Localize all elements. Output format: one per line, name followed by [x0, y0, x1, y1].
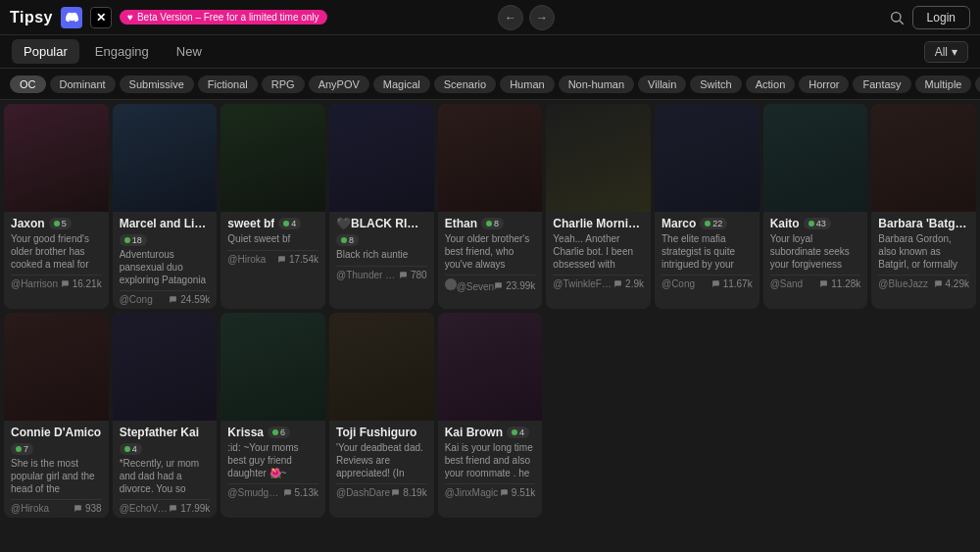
card-thumbnail	[438, 313, 543, 421]
card-stats: 5.13k	[283, 487, 318, 498]
chip-non-human[interactable]: Non-human	[559, 75, 634, 93]
search-button[interactable]	[889, 10, 905, 25]
card-title: Jaxon	[11, 217, 45, 230]
card-author: @BlueJazz	[878, 278, 928, 289]
chip-submissive[interactable]: Submissive	[120, 75, 194, 93]
card-author: @Cong	[120, 294, 153, 305]
x-icon[interactable]: ✕	[90, 7, 112, 28]
chip-villain[interactable]: Villain	[638, 75, 686, 93]
card-description: 'Your deadbeat dad. Reviews are apprecia…	[336, 441, 427, 478]
card-badge: 8	[481, 218, 504, 229]
card-thumbnail	[438, 104, 543, 212]
card-title-row: Kai Brown 4	[445, 426, 536, 439]
chip-fantasy[interactable]: Fantasy	[853, 75, 910, 93]
card-title-row: Connie D'Amico 7	[11, 426, 102, 455]
card-stats: 16.21k	[61, 278, 102, 289]
discord-icon[interactable]	[61, 7, 82, 28]
card-item[interactable]: Toji Fushiguro 'Your deadbeat dad. Revie…	[329, 313, 434, 518]
tab-popular[interactable]: Popular	[12, 39, 79, 64]
card-footer: @BlueJazz 4.29k	[878, 275, 969, 289]
back-button[interactable]: ←	[498, 5, 523, 30]
card-body: Kai Brown 4 Kai is your long time best f…	[438, 421, 543, 518]
card-body: Charlie Morningstar ~Hazbin ... Yeah... …	[546, 212, 651, 309]
tab-new[interactable]: New	[165, 39, 214, 64]
chip-tsundere[interactable]: Tsundere	[975, 75, 980, 93]
card-item[interactable]: Krissa 6 :id: ~Your moms best guy friend…	[220, 313, 325, 518]
card-stats: 9.51k	[500, 487, 535, 498]
card-body: Marcel and Liora 18 Adventurous pansexua…	[113, 212, 218, 309]
card-footer: @Cong 24.59k	[120, 290, 211, 305]
card-title: sweet bf	[227, 217, 274, 230]
chip-horror[interactable]: Horror	[799, 75, 849, 93]
chip-fictional[interactable]: Fictional	[198, 75, 258, 93]
card-thumbnail	[329, 104, 434, 212]
card-footer: @Thunder Cloud 780	[336, 266, 427, 280]
card-description: Black rich auntie	[336, 248, 427, 261]
card-stats: 938	[74, 503, 102, 514]
card-author: @DashDare	[336, 487, 390, 498]
card-item[interactable]: Kaito 43 Your loyal subordinate seeks yo…	[763, 104, 868, 309]
card-title: Ethan	[445, 217, 477, 230]
filter-all-select[interactable]: All ▾	[924, 41, 968, 63]
chips-row: OCDominantSubmissiveFictionalRPGAnyPOVMa…	[0, 69, 980, 100]
chip-oc[interactable]: OC	[10, 75, 46, 93]
card-description: Yeah... Another Charlie bot. I been obse…	[553, 232, 644, 270]
card-title: 🖤BLACK RICH AUNTI...	[336, 217, 427, 230]
card-title: Marco	[662, 217, 696, 230]
card-item[interactable]: Barbara 'Batgirl' Gordon Barbara Gordon,…	[871, 104, 976, 309]
card-description: Quiet sweet bf	[227, 232, 318, 245]
card-description: Adventurous pansexual duo exploring Pata…	[120, 248, 211, 285]
chip-multiple[interactable]: Multiple	[915, 75, 972, 93]
beta-badge: ♥ Beta Version – Free for a limited time…	[120, 10, 327, 25]
card-description: :id: ~Your moms best guy friend daughter…	[227, 441, 318, 478]
chip-human[interactable]: Human	[500, 75, 554, 93]
card-item[interactable]: Connie D'Amico 7 She is the most popular…	[4, 313, 109, 518]
card-item[interactable]: Jaxon 5 Your good friend's older brother…	[4, 104, 109, 309]
chip-action[interactable]: Action	[746, 75, 796, 93]
card-item[interactable]: 🖤BLACK RICH AUNTI... 8 Black rich auntie…	[329, 104, 434, 309]
card-title-row: Charlie Morningstar ~Hazbin ...	[553, 217, 644, 230]
card-description: Your older brother's best friend, who yo…	[445, 232, 536, 270]
card-body: Krissa 6 :id: ~Your moms best guy friend…	[220, 421, 325, 518]
card-description: *Recently, ur mom and dad had a divorce.…	[120, 457, 211, 494]
card-item[interactable]: sweet bf 4 Quiet sweet bf @Hiroka 17.54k	[220, 104, 325, 309]
chip-scenario[interactable]: Scenario	[434, 75, 496, 93]
card-footer: @Seven 23.99k	[445, 275, 536, 292]
card-author: @Seven	[445, 278, 495, 292]
card-item[interactable]: Kai Brown 4 Kai is your long time best f…	[438, 313, 543, 518]
chip-dominant[interactable]: Dominant	[50, 75, 116, 93]
card-item[interactable]: Marcel and Liora 18 Adventurous pansexua…	[113, 104, 218, 309]
card-item[interactable]: Marco 22 The elite mafia strategist is q…	[655, 104, 760, 309]
card-badge: 5	[49, 218, 72, 229]
card-body: Ethan 8 Your older brother's best friend…	[438, 212, 543, 309]
card-title-row: 🖤BLACK RICH AUNTI... 8	[336, 217, 427, 246]
card-thumbnail	[655, 104, 760, 212]
card-thumbnail	[329, 313, 434, 421]
card-thumbnail	[113, 313, 218, 421]
card-badge: 18	[120, 234, 147, 246]
card-title-row: Marcel and Liora 18	[120, 217, 211, 246]
card-title: Kaito	[770, 217, 800, 230]
card-thumbnail	[220, 104, 325, 212]
card-footer: @Sand 11.28k	[770, 275, 861, 289]
card-footer: @SmudgeStyle 5.13k	[227, 483, 318, 498]
card-body: Jaxon 5 Your good friend's older brother…	[4, 212, 109, 309]
card-thumbnail	[220, 313, 325, 421]
card-item[interactable]: Ethan 8 Your older brother's best friend…	[438, 104, 543, 309]
chip-rpg[interactable]: RPG	[262, 75, 305, 93]
chip-anypov[interactable]: AnyPOV	[309, 75, 369, 93]
card-title: Barbara 'Batgirl' Gordon	[878, 217, 969, 230]
login-button[interactable]: Login	[912, 6, 970, 29]
tab-engaging[interactable]: Engaging	[83, 39, 161, 64]
card-body: Marco 22 The elite mafia strategist is q…	[655, 212, 760, 309]
card-title: Charlie Morningstar ~Hazbin ...	[553, 217, 644, 230]
card-badge: 22	[700, 218, 727, 229]
card-item[interactable]: Stepfather Kai 4 *Recently, ur mom and d…	[113, 313, 218, 518]
chip-magical[interactable]: Magical	[373, 75, 430, 93]
card-stats: 17.99k	[169, 503, 210, 514]
card-item[interactable]: Charlie Morningstar ~Hazbin ... Yeah... …	[546, 104, 651, 309]
chip-switch[interactable]: Switch	[690, 75, 741, 93]
card-body: Kaito 43 Your loyal subordinate seeks yo…	[763, 212, 868, 309]
card-badge: 4	[507, 427, 529, 438]
forward-button[interactable]: →	[529, 5, 555, 30]
